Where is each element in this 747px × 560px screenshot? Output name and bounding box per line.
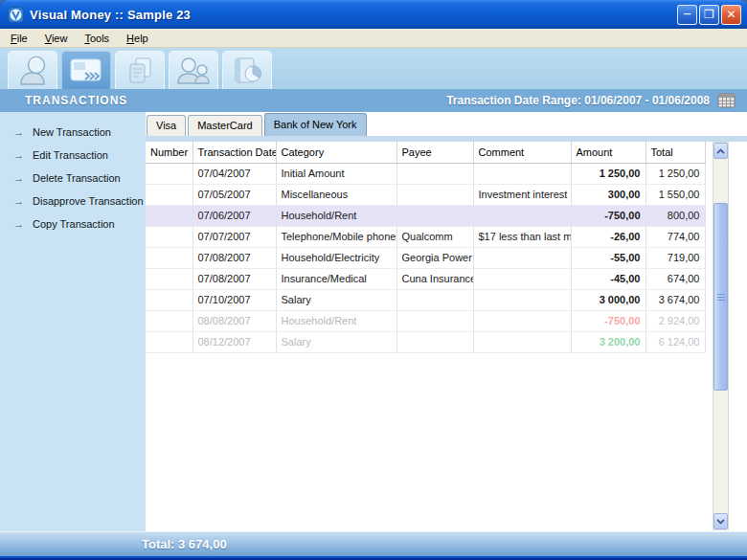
cell-comment: $17 less than last month: [473, 226, 571, 247]
cell-comment: [473, 163, 571, 184]
cell-payee: Cuna Insurance: [396, 268, 473, 289]
scroll-down-button[interactable]: [713, 513, 728, 529]
cell-number: [146, 289, 192, 310]
column-header-category[interactable]: Category: [276, 142, 396, 163]
sidebar-item-label: Delete Transaction: [33, 172, 121, 184]
title-bar: Visual Money :: Sample 23 ─ ❐ ✕: [0, 0, 747, 29]
cell-payee: Georgia Power: [396, 247, 473, 268]
page-title: TRANSACTIONS: [25, 94, 446, 107]
menu-help[interactable]: Help: [118, 30, 157, 47]
cell-category: Salary: [276, 331, 396, 352]
arrow-icon: →: [13, 126, 33, 138]
menu-file[interactable]: File: [2, 30, 36, 47]
cell-payee: [396, 163, 473, 184]
column-header-comment[interactable]: Comment: [473, 142, 571, 163]
calendar-icon[interactable]: [717, 93, 736, 108]
arrow-icon: →: [13, 195, 33, 207]
menu-tools[interactable]: Tools: [76, 30, 118, 47]
table-row[interactable]: 08/08/2007 Household/Rent -750,00 2 924,…: [146, 310, 705, 331]
table-row[interactable]: 08/12/2007 Salary 3 200,00 6 124,00: [146, 331, 705, 352]
cell-comment: [473, 310, 571, 331]
cell-number: [146, 331, 192, 352]
cell-number: [146, 163, 192, 184]
toolbar-transactions-button[interactable]: [61, 51, 111, 89]
tab-visa[interactable]: Visa: [147, 115, 186, 136]
cell-comment: [473, 268, 571, 289]
cell-comment: [473, 289, 571, 310]
cell-comment: [473, 247, 571, 268]
sidebar-item-copy-transaction[interactable]: → Copy Transaction: [0, 213, 146, 235]
cell-number: [146, 310, 192, 331]
cell-category: Insurance/Medical: [276, 268, 396, 289]
app-icon[interactable]: [8, 7, 24, 23]
vertical-scrollbar[interactable]: [713, 142, 729, 530]
minimize-button[interactable]: ─: [677, 5, 697, 25]
sidebar-item-new-transaction[interactable]: → New Transaction: [0, 121, 146, 144]
scrollbar-thumb[interactable]: [713, 203, 728, 391]
toolbar-payees-button[interactable]: [169, 51, 218, 89]
cell-number: [146, 226, 192, 247]
cell-date: 07/10/2007: [192, 289, 276, 310]
content-area: Visa MasterCard Bank of New York Number …: [146, 112, 747, 531]
person-icon: [13, 55, 52, 87]
toolbar: [0, 48, 747, 89]
application-window: Visual Money :: Sample 23 ─ ❐ ✕ File Vie…: [0, 0, 747, 560]
tab-mastercard[interactable]: MasterCard: [188, 115, 261, 136]
cell-total: 2 924,00: [645, 310, 705, 331]
cell-payee: [396, 289, 473, 310]
table-row[interactable]: 07/06/2007 Household/Rent -750,00 800,00: [146, 205, 705, 226]
scroll-up-button[interactable]: [713, 143, 728, 159]
maximize-button[interactable]: ❐: [699, 5, 719, 25]
main-area: → New Transaction → Edit Transaction → D…: [0, 112, 747, 531]
close-button[interactable]: ✕: [721, 5, 741, 25]
chevron-up-icon: [716, 148, 725, 154]
table-row[interactable]: 07/10/2007 Salary 3 000,00 3 674,00: [146, 289, 705, 310]
cell-date: 07/08/2007: [192, 268, 276, 289]
cell-amount: -55,00: [571, 247, 645, 268]
toolbar-accounts-button[interactable]: [8, 51, 57, 89]
column-header-date[interactable]: Transaction Date: [192, 142, 276, 163]
cell-number: [146, 268, 192, 289]
sidebar-item-edit-transaction[interactable]: → Edit Transaction: [0, 144, 146, 167]
toolbar-reports-button[interactable]: [222, 51, 272, 89]
cell-amount: 300,00: [571, 184, 645, 205]
cell-category: Initial Amount: [276, 163, 396, 184]
total-label: Total: 3 674,00: [142, 537, 227, 551]
cell-amount: -26,00: [571, 226, 645, 247]
table-row[interactable]: 07/04/2007 Initial Amount 1 250,00 1 250…: [146, 163, 705, 184]
sidebar-item-label: Edit Transaction: [33, 149, 108, 161]
date-range-label: Transaction Date Range: 01/06/2007 - 01/…: [446, 94, 710, 107]
cell-date: 07/08/2007: [192, 247, 276, 268]
scrollbar-track[interactable]: [713, 159, 728, 513]
column-header-payee[interactable]: Payee: [396, 142, 473, 163]
arrow-icon: →: [13, 172, 33, 184]
column-header-amount[interactable]: Amount: [571, 142, 645, 163]
cell-category: Miscellaneous: [276, 184, 396, 205]
chevron-down-icon: [716, 519, 725, 525]
close-icon: ✕: [726, 8, 736, 21]
sidebar-item-label: Copy Transaction: [33, 218, 115, 230]
documents-icon: [121, 55, 159, 87]
tab-bank-of-new-york[interactable]: Bank of New York: [264, 113, 367, 136]
table-row[interactable]: 07/07/2007 Telephone/Mobile phone Qualco…: [146, 226, 705, 247]
card-arrows-icon: [67, 55, 105, 87]
minimize-icon: ─: [684, 8, 690, 21]
table-row[interactable]: 07/05/2007 Miscellaneous Investment inte…: [146, 184, 705, 205]
cell-date: 07/07/2007: [192, 226, 276, 247]
column-header-number[interactable]: Number: [146, 142, 192, 163]
toolbar-copy-button[interactable]: [115, 51, 165, 89]
cell-total: 3 674,00: [645, 289, 705, 310]
menu-view[interactable]: View: [36, 30, 77, 47]
sidebar-item-disapprove-transaction[interactable]: → Disapprove Transaction: [0, 190, 146, 213]
cell-total: 6 124,00: [645, 331, 705, 352]
table-row[interactable]: 07/08/2007 Household/Electricity Georgia…: [146, 247, 705, 268]
cell-comment: [473, 331, 571, 352]
sidebar-item-label: Disapprove Transaction: [33, 195, 144, 207]
cell-date: 07/05/2007: [192, 184, 276, 205]
column-header-total[interactable]: Total: [645, 142, 705, 163]
table-row[interactable]: 07/08/2007 Insurance/Medical Cuna Insura…: [146, 268, 705, 289]
sidebar-item-delete-transaction[interactable]: → Delete Transaction: [0, 167, 146, 190]
cell-total: 719,00: [645, 247, 705, 268]
menu-bar: File View Tools Help: [0, 29, 747, 48]
cell-number: [146, 205, 192, 226]
